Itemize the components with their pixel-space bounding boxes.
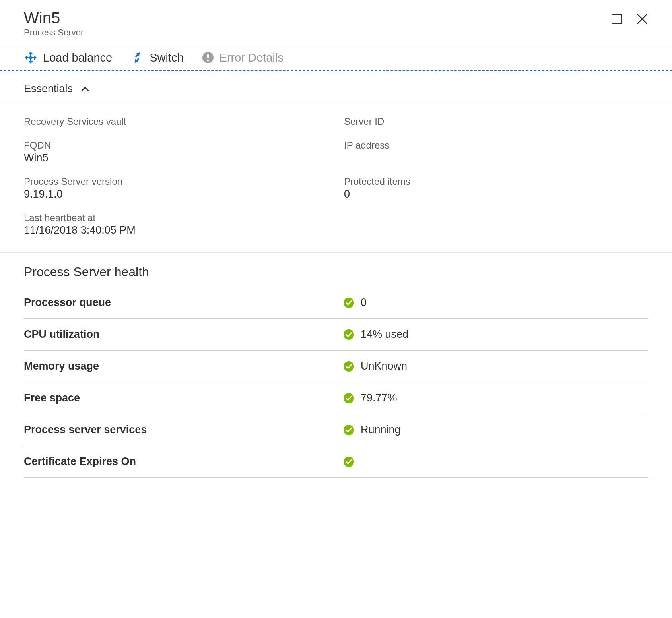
svg-point-8: [207, 60, 209, 62]
health-row: Memory usageUnKnown: [24, 350, 648, 382]
health-row: Process server servicesRunning: [24, 414, 648, 446]
maximize-icon[interactable]: [611, 13, 623, 25]
error-details-button: Error Details: [202, 51, 284, 64]
ess-version: Process Server version 9.19.1.0: [24, 176, 328, 200]
status-ok-icon: [343, 456, 354, 467]
ess-label: Recovery Services vault: [24, 116, 328, 127]
ess-ip-address: IP address: [344, 140, 648, 164]
svg-rect-0: [612, 14, 622, 24]
ess-protected-items: Protected items 0: [344, 176, 648, 200]
switch-icon: [130, 51, 144, 64]
ess-last-heartbeat: Last heartbeat at 11/16/2018 3:40:05 PM: [24, 212, 328, 236]
ess-label: Protected items: [344, 176, 648, 187]
ess-label: FQDN: [24, 140, 328, 151]
svg-point-12: [344, 393, 354, 403]
health-row: CPU utilization14% used: [24, 318, 648, 350]
essentials-toggle[interactable]: Essentials: [0, 71, 672, 104]
load-balance-button[interactable]: Load balance: [24, 51, 112, 64]
health-value-text: 79.77%: [361, 392, 397, 404]
health-row: Certificate Expires On: [24, 446, 648, 478]
health-value: 79.77%: [343, 392, 397, 404]
ess-value: 9.19.1.0: [24, 188, 328, 200]
panel-header: Win5 Process Server: [0, 0, 672, 45]
svg-point-13: [344, 425, 354, 435]
svg-point-9: [344, 298, 354, 308]
svg-point-14: [344, 457, 354, 467]
page-title: Win5: [24, 9, 611, 27]
ess-label: Process Server version: [24, 176, 328, 187]
ess-server-id: Server ID: [344, 116, 648, 128]
health-value: UnKnown: [343, 360, 407, 372]
close-icon[interactable]: [636, 13, 648, 25]
switch-label: Switch: [150, 51, 183, 64]
svg-rect-7: [207, 54, 209, 58]
status-ok-icon: [343, 424, 354, 436]
health-row: Processor queue0: [24, 287, 648, 318]
health-value: Running: [343, 424, 401, 436]
health-row: Free space79.77%: [24, 382, 648, 414]
health-label: Certificate Expires On: [24, 455, 336, 468]
ess-value: 11/16/2018 3:40:05 PM: [24, 224, 328, 236]
page-subtitle: Process Server: [24, 27, 611, 38]
health-label: Memory usage: [24, 360, 336, 372]
ess-label: IP address: [344, 140, 648, 151]
window-controls: [611, 9, 648, 25]
ess-label: Server ID: [344, 116, 648, 127]
health-value: 14% used: [343, 328, 408, 341]
process-server-panel: Win5 Process Server: [0, 0, 672, 478]
essentials-label: Essentials: [24, 83, 73, 95]
svg-point-11: [344, 361, 354, 372]
svg-point-10: [344, 329, 354, 340]
ess-fqdn: FQDN Win5: [24, 140, 328, 164]
svg-point-5: [29, 56, 32, 59]
health-label: CPU utilization: [24, 328, 336, 341]
ess-recovery-vault: Recovery Services vault: [24, 116, 328, 128]
status-ok-icon: [343, 361, 354, 372]
load-balance-label: Load balance: [43, 51, 112, 64]
load-balance-icon: [24, 51, 37, 64]
toolbar: Load balance Switch Error Details: [0, 45, 672, 71]
health-value: 0: [343, 296, 367, 309]
switch-button[interactable]: Switch: [130, 51, 183, 64]
health-label: Process server services: [24, 424, 336, 436]
health-title: Process Server health: [24, 265, 648, 279]
status-ok-icon: [343, 297, 354, 308]
health-value: [343, 456, 361, 467]
health-section: Process Server health Processor queue0CP…: [0, 253, 672, 478]
ess-value: Win5: [24, 152, 328, 164]
chevron-up-icon: [81, 85, 89, 93]
status-ok-icon: [343, 329, 354, 340]
error-details-label: Error Details: [219, 51, 284, 64]
header-titles: Win5 Process Server: [24, 9, 611, 38]
health-rows: Processor queue0CPU utilization14% usedM…: [24, 287, 648, 478]
health-value-text: 14% used: [361, 328, 408, 341]
health-label: Processor queue: [24, 296, 336, 309]
health-value-text: Running: [361, 424, 401, 436]
ess-value: 0: [344, 188, 648, 200]
status-ok-icon: [343, 393, 354, 404]
health-value-text: 0: [361, 296, 367, 309]
health-value-text: UnKnown: [361, 360, 407, 372]
health-label: Free space: [24, 392, 336, 404]
error-details-icon: [202, 52, 214, 64]
ess-label: Last heartbeat at: [24, 212, 328, 223]
essentials-grid: Recovery Services vault Server ID FQDN W…: [0, 104, 672, 253]
